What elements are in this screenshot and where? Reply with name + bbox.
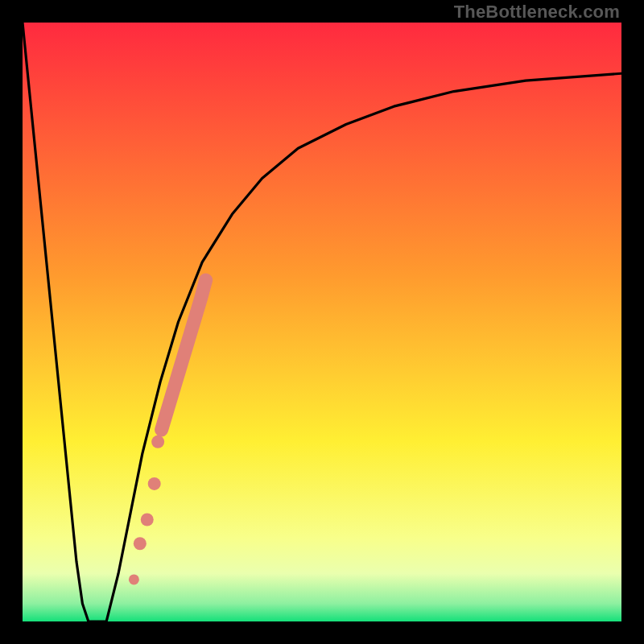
highlight-dot — [129, 574, 139, 584]
highlight-dot — [141, 514, 154, 526]
gradient-background — [23, 23, 621, 621]
plot-area — [23, 23, 621, 621]
highlight-dot — [151, 436, 164, 448]
chart-svg — [23, 23, 621, 621]
watermark-text: TheBottleneck.com — [454, 2, 620, 23]
highlight-dot — [148, 477, 161, 490]
chart-frame: TheBottleneck.com — [0, 0, 644, 644]
highlight-dot — [134, 537, 147, 550]
